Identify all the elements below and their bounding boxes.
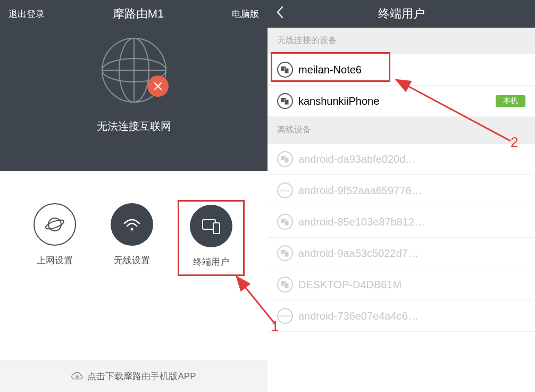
this-device-badge: 本机 (496, 95, 525, 107)
download-app-button[interactable]: 点击下载摩路由手机版APP (0, 360, 268, 392)
device-name: android-da93abfe020d… (298, 153, 525, 165)
device-name: DESKTOP-D4DB61M (298, 279, 525, 291)
device-icon (277, 62, 293, 78)
svg-rect-21 (285, 283, 289, 288)
planet-icon (34, 203, 76, 246)
device-row[interactable]: SAMSUNG android-736e07e4a4c6… (268, 301, 535, 332)
globe-icon (97, 33, 171, 107)
device-row[interactable]: android-9aa53c5022d7… (268, 238, 535, 269)
device-icon: SAMSUNG (277, 308, 293, 324)
terminal-users-panel: 终端用户 无线连接的设备 meilan-Note6 kanshunkiiPhon… (268, 0, 535, 392)
pc-version-link[interactable]: 电脑版 (232, 8, 259, 20)
menu-wireless-settings[interactable]: 无线设置 (111, 203, 153, 270)
device-row[interactable]: DESKTOP-D4DB61M (268, 269, 535, 301)
device-icon (277, 151, 293, 167)
device-row[interactable]: meilan-Note6 (268, 54, 535, 86)
left-header: 退出登录 摩路由M1 电脑版 (0, 0, 268, 28)
device-icon (277, 245, 293, 261)
right-header: 终端用户 (268, 0, 535, 28)
menu-internet-settings[interactable]: 上网设置 (34, 203, 76, 270)
error-badge-icon (147, 76, 169, 97)
menu-label: 无线设置 (114, 254, 150, 266)
device-name: kanshunkiiPhone (298, 95, 490, 107)
device-name: android-9aa53c5022d7… (298, 247, 525, 260)
svg-rect-15 (285, 157, 289, 163)
device-brand-icon: lenovo (277, 182, 293, 198)
section-offline-devices: 离线设备 (268, 117, 535, 144)
chevron-left-icon (276, 6, 285, 19)
device-name: meilan-Note6 (298, 64, 525, 76)
cloud-download-icon (71, 370, 83, 382)
menu-label: 上网设置 (37, 254, 73, 266)
device-icon (277, 214, 293, 230)
download-label: 点击下载摩路由手机版APP (87, 370, 196, 382)
device-name: android-85e103e87b812… (298, 216, 525, 228)
svg-rect-19 (285, 252, 289, 257)
svg-rect-17 (285, 220, 289, 226)
device-row[interactable]: kanshunkiiPhone 本机 (268, 86, 535, 117)
annotation-step-1: 1 (271, 318, 279, 335)
device-row[interactable]: android-85e103e87b812… (268, 206, 535, 238)
main-panel: 退出登录 摩路由M1 电脑版 无法连接互联网 (0, 0, 268, 392)
device-row[interactable]: lenovo android-9f52aaa659776… (268, 175, 535, 206)
svg-point-6 (45, 218, 65, 231)
device-icon (277, 93, 293, 109)
back-button[interactable] (276, 6, 297, 22)
section-wireless-devices: 无线连接的设备 (268, 28, 535, 54)
device-icon (277, 277, 293, 293)
wifi-icon (111, 203, 153, 246)
annotation-step-2: 2 (511, 134, 518, 151)
connection-hero: 无法连接互联网 (0, 28, 268, 171)
device-name: android-736e07e4a4c6… (298, 310, 525, 322)
devices-icon (190, 205, 232, 247)
svg-point-7 (131, 228, 133, 231)
device-name: android-9f52aaa659776… (298, 185, 525, 197)
menu-terminal-users[interactable]: 终端用户 (178, 200, 245, 276)
device-row[interactable]: android-da93abfe020d… (268, 144, 535, 175)
connection-status: 无法连接互联网 (97, 119, 171, 134)
svg-rect-9 (213, 223, 220, 233)
menu-label: 终端用户 (193, 256, 229, 268)
logout-link[interactable]: 退出登录 (9, 8, 45, 20)
page-title: 终端用户 (268, 6, 535, 22)
svg-rect-11 (285, 68, 289, 73)
menu-row: 上网设置 无线设置 终 (0, 171, 268, 286)
svg-rect-13 (285, 99, 289, 105)
menu-area: 上网设置 无线设置 终 (0, 171, 268, 392)
router-title: 摩路由M1 (113, 6, 164, 22)
